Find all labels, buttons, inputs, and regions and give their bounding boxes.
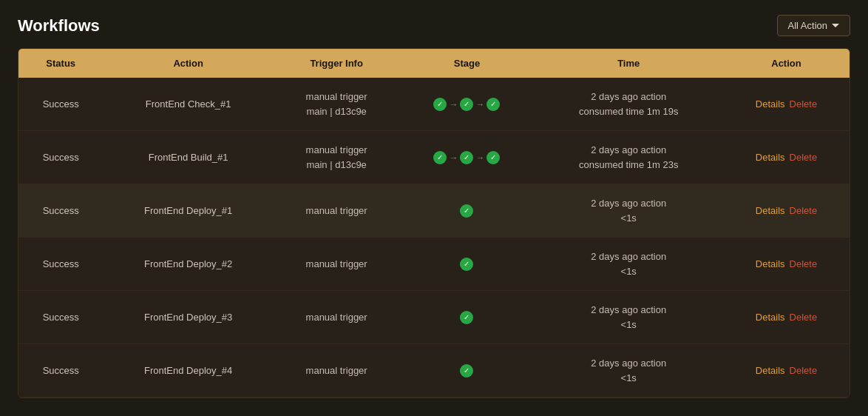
row-actions: DetailsDelete: [723, 78, 850, 131]
col-action-links: Action: [723, 49, 850, 78]
stage-check-icon: ✓: [460, 311, 473, 324]
row-actions: DetailsDelete: [723, 184, 850, 238]
workflows-table: Status Action Trigger Info Stage Time Ac…: [18, 49, 850, 397]
stage-check-icon: ✓: [460, 204, 473, 218]
stage-check-icon: ✓: [433, 151, 447, 164]
col-action: Action: [103, 49, 273, 78]
row-time: 2 days ago action<1s: [534, 238, 723, 291]
delete-link[interactable]: Delete: [790, 98, 818, 110]
row-trigger-info: manual triggermain | d13c9e: [274, 78, 400, 131]
stage-check-icon: ✓: [486, 151, 500, 164]
page-header: Workflows All Action: [18, 15, 850, 36]
row-action-name: FrontEnd Deploy_#4: [103, 344, 273, 397]
col-time: Time: [534, 49, 723, 78]
table-row: SuccessFrontEnd Deploy_#1manual trigger✓…: [18, 184, 850, 238]
row-trigger-info: manual trigger: [274, 184, 400, 238]
row-status: Success: [18, 344, 103, 397]
col-trigger-info: Trigger Info: [274, 49, 400, 78]
row-time: 2 days ago action<1s: [534, 291, 723, 344]
page-title: Workflows: [18, 16, 100, 36]
details-link[interactable]: Details: [756, 205, 785, 216]
table-row: SuccessFrontEnd Deploy_#4manual trigger✓…: [18, 344, 850, 397]
row-trigger-info: manual triggermain | d13c9e: [274, 131, 400, 184]
delete-link[interactable]: Delete: [790, 205, 818, 216]
row-status: Success: [18, 131, 103, 184]
pagination: ‹ 1 ›: [18, 410, 850, 416]
stage-arrow-icon: →: [449, 99, 458, 110]
row-action-name: FrontEnd Check_#1: [103, 78, 273, 131]
details-link[interactable]: Details: [756, 258, 785, 269]
details-link[interactable]: Details: [756, 98, 785, 110]
stage-arrow-icon: →: [475, 152, 484, 163]
row-stage: ✓: [399, 238, 534, 291]
stage-check-icon: ✓: [460, 258, 473, 271]
all-action-filter-button[interactable]: All Action: [777, 15, 850, 36]
col-status: Status: [18, 49, 103, 78]
delete-link[interactable]: Delete: [790, 152, 818, 163]
workflows-table-container: Status Action Trigger Info Stage Time Ac…: [18, 48, 850, 398]
details-link[interactable]: Details: [756, 312, 785, 323]
chevron-down-icon: [832, 24, 839, 27]
row-time: 2 days ago action<1s: [534, 344, 723, 397]
delete-link[interactable]: Delete: [790, 312, 818, 323]
row-time: 2 days ago actionconsumed time 1m 19s: [534, 78, 723, 131]
row-status: Success: [18, 291, 103, 344]
row-stage: ✓: [399, 184, 534, 238]
row-stage: ✓ → ✓ → ✓: [399, 78, 534, 131]
row-actions: DetailsDelete: [723, 131, 850, 184]
row-stage: ✓: [399, 344, 534, 397]
stage-check-icon: ✓: [460, 364, 473, 378]
filter-label: All Action: [788, 20, 827, 31]
row-action-name: FrontEnd Build_#1: [103, 131, 273, 184]
row-actions: DetailsDelete: [723, 344, 850, 397]
table-row: SuccessFrontEnd Check_#1manual triggerma…: [18, 78, 850, 131]
row-action-name: FrontEnd Deploy_#1: [103, 184, 273, 238]
row-action-name: FrontEnd Deploy_#3: [103, 291, 273, 344]
stage-check-icon: ✓: [460, 98, 473, 111]
delete-link[interactable]: Delete: [790, 365, 818, 376]
row-time: 2 days ago action<1s: [534, 184, 723, 238]
row-actions: DetailsDelete: [723, 238, 850, 291]
row-trigger-info: manual trigger: [274, 344, 400, 397]
details-link[interactable]: Details: [756, 365, 785, 376]
table-header-row: Status Action Trigger Info Stage Time Ac…: [18, 49, 850, 78]
details-link[interactable]: Details: [756, 152, 785, 163]
table-row: SuccessFrontEnd Deploy_#3manual trigger✓…: [18, 291, 850, 344]
row-trigger-info: manual trigger: [274, 291, 400, 344]
stage-check-icon: ✓: [460, 151, 473, 164]
stage-arrow-icon: →: [475, 99, 484, 110]
row-actions: DetailsDelete: [723, 291, 850, 344]
row-trigger-info: manual trigger: [274, 238, 400, 291]
row-stage: ✓ → ✓ → ✓: [399, 131, 534, 184]
row-time: 2 days ago actionconsumed time 1m 23s: [534, 131, 723, 184]
row-status: Success: [18, 184, 103, 238]
row-action-name: FrontEnd Deploy_#2: [103, 238, 273, 291]
table-row: SuccessFrontEnd Build_#1manual triggerma…: [18, 131, 850, 184]
row-status: Success: [18, 78, 103, 131]
row-stage: ✓: [399, 291, 534, 344]
stage-arrow-icon: →: [449, 152, 458, 163]
row-status: Success: [18, 238, 103, 291]
delete-link[interactable]: Delete: [790, 258, 818, 269]
col-stage: Stage: [399, 49, 534, 78]
table-row: SuccessFrontEnd Deploy_#2manual trigger✓…: [18, 238, 850, 291]
stage-check-icon: ✓: [486, 98, 500, 111]
stage-check-icon: ✓: [433, 98, 447, 111]
